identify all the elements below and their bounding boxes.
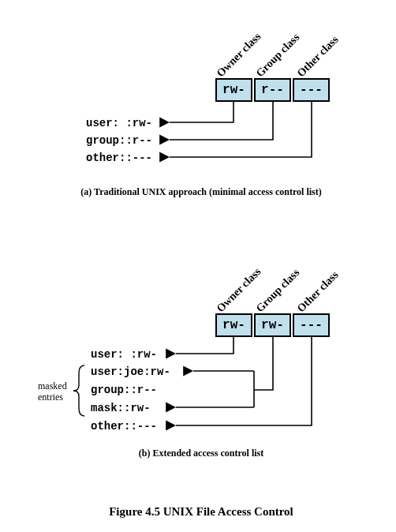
entry-mask-b: mask::rw-: [91, 402, 151, 414]
entry-other-b: other::---: [91, 420, 157, 433]
caption-b: (b) Extended access control list: [118, 448, 284, 459]
masked-label-1: masked: [38, 380, 67, 392]
entry-user-b: user: :rw-: [91, 348, 157, 361]
entry-group-b: group::r--: [91, 384, 157, 396]
cell-group-b: rw-: [254, 313, 291, 337]
figure-canvas: Owner class Group class Other class rw- …: [0, 0, 396, 532]
entry-userjoe-b: user:joe:rw-: [91, 365, 170, 378]
figure-caption: Figure 4.5 UNIX File Access Control: [79, 505, 323, 519]
cell-other-b: ---: [293, 313, 330, 337]
cell-owner-b: rw-: [215, 313, 252, 337]
caption-a: (a) Traditional UNIX approach (minimal a…: [71, 186, 331, 198]
masked-label-2: entries: [38, 392, 63, 403]
